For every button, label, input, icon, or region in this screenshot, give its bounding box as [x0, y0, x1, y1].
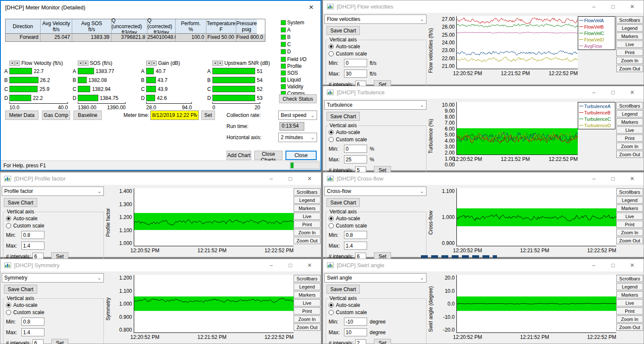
- zoom-in-button[interactable]: Zoom In: [616, 143, 643, 150]
- auto-scale-radio[interactable]: Auto-scale: [329, 43, 423, 50]
- zoom-out-button[interactable]: Zoom Out: [616, 65, 643, 72]
- live-button[interactable]: Live: [616, 126, 643, 134]
- legend-button[interactable]: Legend: [294, 196, 321, 204]
- maximize-icon[interactable]: □: [281, 262, 300, 268]
- markers-button[interactable]: Markers: [616, 32, 643, 40]
- scrollbars-button[interactable]: Scrollbars: [616, 16, 643, 23]
- markers-button[interactable]: Markers: [294, 291, 321, 298]
- scrollbars-button[interactable]: Scrollbars: [294, 188, 321, 195]
- minimize-icon[interactable]: –: [584, 89, 603, 96]
- zoom-in-button[interactable]: Zoom In: [616, 57, 643, 64]
- live-button[interactable]: Live: [294, 213, 321, 220]
- max-input[interactable]: [21, 328, 44, 336]
- zoom-out-button[interactable]: Zoom Out: [616, 324, 643, 331]
- max-input[interactable]: [344, 70, 367, 78]
- custom-scale-radio[interactable]: Custom scale: [6, 222, 101, 229]
- minimize-icon[interactable]: –: [584, 262, 603, 268]
- legend-button[interactable]: Legend: [294, 283, 321, 290]
- close-icon[interactable]: ✕: [623, 89, 642, 96]
- minimize-icon[interactable]: –: [262, 175, 281, 182]
- set-button[interactable]: Set: [51, 339, 68, 344]
- print-button[interactable]: Print: [616, 49, 643, 56]
- save-chart-button[interactable]: Save Chart: [326, 26, 360, 35]
- collection-rate-select[interactable]: Best speed⌄: [278, 111, 317, 120]
- chart-type-select[interactable]: Profile factor⌄: [2, 187, 104, 196]
- markers-button[interactable]: Markers: [616, 204, 643, 212]
- chart-type-select[interactable]: Cross-flow⌄: [324, 187, 426, 196]
- min-input[interactable]: [21, 231, 44, 239]
- minimize-icon[interactable]: –: [584, 175, 603, 182]
- baseline-button[interactable]: Baseline: [74, 111, 102, 120]
- close-icon[interactable]: ✕: [300, 262, 319, 268]
- spin-left-icon[interactable]: ◂: [78, 61, 83, 66]
- intervals-input[interactable]: [355, 339, 366, 344]
- custom-scale-radio[interactable]: Custom scale: [6, 309, 101, 316]
- set-button[interactable]: Set: [374, 339, 391, 344]
- live-button[interactable]: Live: [616, 213, 643, 220]
- auto-scale-radio[interactable]: Auto-scale: [6, 215, 101, 222]
- markers-button[interactable]: Markers: [294, 204, 321, 212]
- titlebar[interactable]: [DHCP] Profile factor – □ ✕: [0, 172, 321, 185]
- close-icon[interactable]: ✕: [623, 262, 642, 268]
- titlebar[interactable]: [DHCP] Swirl angle – □ ✕: [323, 259, 644, 271]
- minimize-icon[interactable]: –: [584, 3, 603, 10]
- legend-button[interactable]: Legend: [616, 283, 643, 290]
- zoom-out-button[interactable]: Zoom Out: [294, 237, 321, 244]
- spin-right-icon[interactable]: ▸: [15, 61, 20, 66]
- scrollbars-button[interactable]: Scrollbars: [616, 188, 643, 195]
- zoom-out-button[interactable]: Zoom Out: [294, 324, 321, 331]
- markers-button[interactable]: Markers: [616, 118, 643, 125]
- print-button[interactable]: Print: [616, 134, 643, 142]
- close-charts-button[interactable]: Close Charts: [254, 151, 282, 160]
- chart-type-select[interactable]: Turbulence⌄: [324, 100, 426, 110]
- close-icon[interactable]: ✕: [300, 175, 319, 182]
- chart-type-select[interactable]: Flow velocities⌄: [324, 15, 426, 24]
- add-chart-button[interactable]: Add Chart: [226, 151, 251, 160]
- spin-right-icon[interactable]: ▸: [152, 61, 157, 66]
- custom-scale-radio[interactable]: Custom scale: [329, 309, 423, 316]
- save-chart-button[interactable]: Save Chart: [4, 198, 37, 207]
- max-input[interactable]: [344, 155, 367, 163]
- titlebar[interactable]: [DHCP] Symmetry – □ ✕: [0, 259, 321, 271]
- zoom-in-button[interactable]: Zoom In: [294, 315, 321, 323]
- min-input[interactable]: [344, 59, 367, 67]
- maximize-icon[interactable]: □: [603, 3, 623, 10]
- horizontal-axis-select[interactable]: 2 minutes⌄: [278, 133, 317, 142]
- save-chart-button[interactable]: Save Chart: [4, 285, 37, 294]
- legend-button[interactable]: Legend: [616, 196, 643, 204]
- spin-left-icon[interactable]: ◂: [9, 61, 15, 66]
- titlebar[interactable]: [DHCP] Turbulence – □ ✕: [323, 86, 644, 99]
- min-input[interactable]: [344, 145, 367, 153]
- min-input[interactable]: [344, 231, 367, 239]
- print-button[interactable]: Print: [616, 221, 643, 228]
- zoom-in-button[interactable]: Zoom In: [616, 229, 643, 236]
- min-input[interactable]: [21, 318, 44, 326]
- zoom-out-button[interactable]: Zoom Out: [616, 151, 643, 158]
- chart-type-select[interactable]: Symmetry⌄: [2, 273, 104, 283]
- chart-type-select[interactable]: Swirl angle⌄: [324, 273, 426, 283]
- minimize-icon[interactable]: –: [262, 262, 281, 268]
- meter-data-button[interactable]: Meter Data: [5, 111, 38, 120]
- auto-scale-radio[interactable]: Auto-scale: [6, 301, 101, 309]
- custom-scale-radio[interactable]: Custom scale: [329, 50, 423, 57]
- spin-left-icon[interactable]: ◂: [146, 61, 151, 66]
- print-button[interactable]: Print: [294, 221, 321, 228]
- zoom-in-button[interactable]: Zoom In: [616, 315, 643, 323]
- auto-scale-radio[interactable]: Auto-scale: [329, 301, 423, 309]
- max-input[interactable]: [344, 242, 367, 250]
- titlebar[interactable]: [DHCP] Flow velocities – □ ✕: [323, 0, 644, 13]
- close-icon[interactable]: ✕: [623, 3, 642, 10]
- meter-time-set-button[interactable]: Set: [201, 111, 215, 120]
- print-button[interactable]: Print: [294, 307, 321, 315]
- scrollbars-button[interactable]: Scrollbars: [294, 275, 321, 282]
- maximize-icon[interactable]: □: [603, 262, 623, 268]
- gas-comp-button[interactable]: Gas Comp: [42, 111, 70, 120]
- meter-time-input[interactable]: [150, 111, 199, 120]
- titlebar[interactable]: [DHCP] Meter Monitor (Detailed) ✕: [1, 1, 321, 14]
- max-input[interactable]: [21, 242, 44, 250]
- maximize-icon[interactable]: □: [603, 89, 623, 96]
- save-chart-button[interactable]: Save Chart: [326, 285, 360, 294]
- maximize-icon[interactable]: □: [603, 175, 623, 182]
- spin-left-icon[interactable]: ◂: [212, 61, 218, 66]
- custom-scale-radio[interactable]: Custom scale: [329, 222, 423, 229]
